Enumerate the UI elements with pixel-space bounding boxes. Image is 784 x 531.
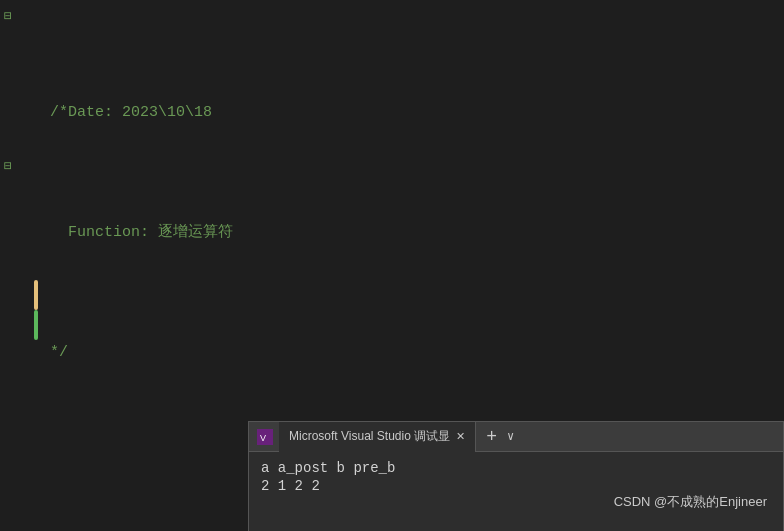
debug-add-tab-button[interactable]: +	[480, 427, 503, 447]
modified-bar-yellow	[34, 280, 38, 310]
debug-titlebar: V Microsoft Visual Studio 调试显 ✕ + ∨	[249, 422, 783, 452]
debug-tab[interactable]: Microsoft Visual Studio 调试显 ✕	[279, 422, 476, 452]
code-line-3: */	[50, 338, 784, 368]
debug-close-button[interactable]: ✕	[456, 430, 465, 443]
code-line-1: /*Date: 2023\10\18	[50, 98, 784, 128]
debug-content: a a_post b pre_b 2 1 2 2	[249, 452, 783, 531]
fold-indicator-1[interactable]: ⊟	[4, 8, 12, 24]
svg-text:V: V	[260, 433, 266, 443]
debug-header-row: a a_post b pre_b	[261, 460, 771, 476]
csdn-watermark: CSDN @不成熟的Enjineer	[614, 493, 767, 511]
modified-bar-green	[34, 310, 38, 340]
debug-window: V Microsoft Visual Studio 调试显 ✕ + ∨ a a_…	[248, 421, 784, 531]
debug-value-row: 2 1 2 2	[261, 478, 771, 494]
token: /*Date: 2023\10\18	[50, 104, 212, 121]
gutter: ⊟ ⊟	[0, 0, 42, 531]
code-line-2: Function: 逐增运算符	[50, 218, 784, 248]
debug-columns: a a_post b pre_b	[261, 460, 395, 476]
token: */	[50, 344, 68, 361]
fold-indicator-2[interactable]: ⊟	[4, 158, 12, 174]
vs-icon: V	[257, 429, 273, 445]
debug-chevron-button[interactable]: ∨	[507, 429, 514, 444]
token: Function: 逐增运算符	[50, 224, 233, 241]
debug-tab-label: Microsoft Visual Studio 调试显	[289, 428, 450, 445]
debug-values: 2 1 2 2	[261, 478, 320, 494]
